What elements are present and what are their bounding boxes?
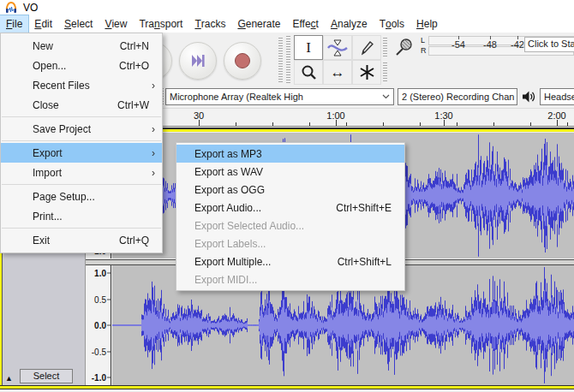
menu-item-label: Export (33, 147, 63, 159)
menu-item-shortcut: Ctrl+W (117, 99, 149, 111)
edit-toolbar-grip[interactable] (383, 62, 387, 83)
window-title: VO (23, 2, 38, 14)
menu-item-label: Export Multiple... (194, 256, 271, 268)
timeline-minor-tick (420, 122, 421, 126)
microphone-icon (393, 37, 414, 57)
timeline-minor-tick (493, 122, 494, 126)
timeline-minor-tick (346, 122, 347, 126)
meter-toolbar-grip[interactable] (383, 38, 387, 58)
menu-item-shortcut: Ctrl+Shift+L (338, 256, 392, 268)
menu-item-shortcut: Ctrl+Shift+E (336, 202, 392, 214)
menubar-item-select[interactable]: Select (58, 15, 99, 33)
timeline-major-tick (336, 120, 337, 126)
timeline-minor-tick (530, 122, 531, 126)
draw-tool-button[interactable] (352, 35, 381, 60)
export-menu-item-export-as-mp3[interactable]: Export as MP3 (176, 145, 404, 163)
multi-tool-icon (359, 64, 375, 80)
export-menu-item-export-multiple[interactable]: Export Multiple...Ctrl+Shift+L (176, 252, 404, 270)
export-menu-item-export-labels: Export Labels... (176, 235, 404, 252)
timeline-major-tick (557, 120, 558, 126)
selection-tool-button[interactable]: I (294, 35, 323, 60)
menu-separator (2, 184, 161, 185)
scale-tick (107, 377, 111, 378)
file-menu: NewCtrl+NOpen...Ctrl+ORecent Files›Close… (0, 33, 163, 253)
envelope-tool-button[interactable] (323, 35, 352, 60)
menubar-item-transport[interactable]: Transport (133, 15, 188, 33)
audacity-window: VO FileEditSelectViewTransportTracksGene… (0, 0, 574, 392)
meter-monitor-text[interactable]: Click to Sta (524, 37, 574, 52)
submenu-arrow-icon: › (152, 148, 155, 158)
zoom-tool-button[interactable] (294, 60, 323, 85)
file-menu-item-print[interactable]: Print... (1, 206, 162, 226)
file-menu-item-recent-files[interactable]: Recent Files› (1, 75, 162, 95)
time-shift-tool-button[interactable]: ↔ (323, 60, 352, 85)
recording-device-value: Microphone Array (Realtek High (170, 92, 303, 102)
menu-item-label: Export MIDI... (194, 274, 257, 286)
collapse-track-button[interactable]: ▲ (5, 374, 13, 383)
menubar-item-file[interactable]: File (0, 15, 28, 33)
file-menu-item-import[interactable]: Import› (1, 163, 162, 182)
submenu-arrow-icon: › (152, 124, 155, 134)
menubar-item-tracks[interactable]: Tracks (188, 15, 231, 33)
export-menu-item-export-audio[interactable]: Export Audio...Ctrl+Shift+E (176, 199, 404, 217)
timeline-major-tick (444, 120, 445, 126)
menubar-item-effect[interactable]: Effect (286, 15, 324, 33)
menubar-item-edit[interactable]: Edit (28, 15, 58, 33)
envelope-tool-icon (327, 39, 348, 57)
file-menu-item-open[interactable]: Open...Ctrl+O (1, 56, 162, 75)
file-menu-item-page-setup[interactable]: Page Setup... (1, 187, 162, 206)
title-bar: VO (0, 0, 574, 15)
file-menu-item-close[interactable]: CloseCtrl+W (1, 95, 162, 115)
menu-item-shortcut: Ctrl+O (119, 60, 149, 72)
menu-bar: FileEditSelectViewTransportTracksGenerat… (0, 15, 574, 33)
meter-right-label: R (421, 47, 427, 55)
menu-item-label: Export as WAV (194, 166, 263, 178)
vertical-scale-channel-2[interactable]: 1.00.50.0-0.5-1.0 (86, 265, 111, 385)
menu-item-label: Exit (33, 235, 50, 246)
menu-item-label: Page Setup... (33, 191, 95, 203)
menubar-item-tools[interactable]: Tools (374, 15, 410, 33)
export-menu-item-export-as-ogg[interactable]: Export as OGG (176, 181, 404, 199)
skip-to-end-button[interactable] (179, 42, 217, 80)
timeline-minor-tick (567, 122, 568, 126)
menubar-item-analyze[interactable]: Analyze (325, 15, 374, 33)
recording-channels-dropdown[interactable]: 2 (Stereo) Recording Chan (398, 88, 517, 105)
speaker-icon (522, 91, 536, 103)
chevron-down-icon (514, 94, 517, 99)
scale-value: 0.5 (94, 294, 106, 304)
recording-channels-value: 2 (Stereo) Recording Chan (402, 92, 514, 102)
draw-tool-icon (359, 40, 374, 56)
record-meter-mic-button[interactable] (390, 35, 417, 58)
file-menu-item-save-project[interactable]: Save Project› (1, 119, 162, 139)
menubar-item-view[interactable]: View (99, 15, 133, 33)
track-select-button[interactable]: Select (20, 369, 73, 383)
menu-item-label: New (33, 40, 53, 52)
multi-tool-button[interactable] (352, 60, 381, 85)
menu-item-label: Export Selected Audio... (194, 220, 304, 232)
menu-item-label: Print... (33, 211, 63, 223)
track-bottom-border (0, 389, 574, 389)
export-submenu: Export as MP3Export as WAVExport as OGGE… (176, 142, 405, 291)
record-button[interactable] (224, 42, 261, 80)
export-menu-item-export-as-wav[interactable]: Export as WAV (176, 163, 404, 181)
playback-device-dropdown[interactable]: Headset (540, 88, 574, 105)
scale-value: -0.5 (92, 347, 106, 356)
recording-device-dropdown[interactable]: Microphone Array (Realtek High (165, 88, 394, 105)
playback-device-value: Headset (544, 92, 574, 102)
menu-item-label: Recent Files (33, 80, 90, 92)
file-menu-item-export[interactable]: Export› (1, 143, 162, 163)
menubar-item-generate[interactable]: Generate (231, 15, 286, 33)
menubar-item-help[interactable]: Help (410, 15, 444, 33)
scale-value: 0.0 (94, 321, 106, 330)
scale-value: 1.0 (94, 269, 106, 278)
submenu-arrow-icon: › (152, 80, 155, 91)
meter-scale-number: -54 (451, 39, 465, 50)
timeline-minor-tick (457, 122, 457, 126)
transport-toolbar-grip[interactable] (278, 38, 283, 82)
tools-toolbar-grip[interactable] (286, 36, 290, 84)
menu-item-label: Import (33, 167, 62, 179)
file-menu-item-new[interactable]: NewCtrl+N (1, 36, 162, 56)
menu-item-label: Export Labels... (194, 238, 266, 250)
file-menu-item-exit[interactable]: ExitCtrl+Q (1, 230, 162, 250)
timeline-minor-tick (309, 122, 310, 126)
